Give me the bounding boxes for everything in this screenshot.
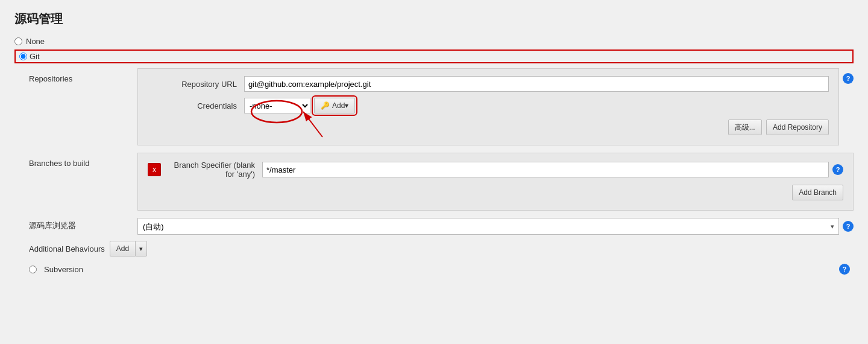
credentials-label: Credentials [148, 101, 244, 110]
git-section-content: Repositories Repository URL git@github.c… [29, 68, 854, 275]
repositories-section: Repositories Repository URL git@github.c… [29, 68, 854, 145]
branches-panel-footer: Add Branch [148, 185, 843, 200]
credentials-select[interactable]: -none- [244, 98, 310, 113]
branch-row: x Branch Specifier (blank for 'any') */m… [148, 161, 843, 179]
repo-panel-footer: 高级... Add Repository [148, 119, 829, 135]
radio-subversion-label[interactable]: Subversion [44, 265, 83, 274]
browser-select[interactable]: (自动) [137, 218, 839, 235]
caret-down-icon: ▾ [139, 245, 143, 253]
radio-git-label[interactable]: Git [30, 52, 40, 61]
repositories-label: Repositories [29, 68, 137, 83]
branch-help-icon[interactable]: ? [832, 164, 843, 175]
radio-git[interactable] [19, 53, 27, 60]
add-caret-button[interactable]: ▾ [135, 241, 147, 256]
browser-select-wrap: (自动) ▾ [137, 218, 839, 235]
branch-specifier-label: Branch Specifier (blank for 'any') [166, 161, 262, 179]
add-branch-button[interactable]: Add Branch [792, 185, 843, 200]
scm-radio-group: None Git [14, 37, 854, 63]
repo-url-input[interactable]: git@github.com:example/project.git [244, 76, 829, 92]
branches-panel-area: x Branch Specifier (blank for 'any') */m… [137, 153, 854, 211]
branch-specifier-input-wrap: */master [262, 162, 829, 177]
radio-item-git-selected: Git [14, 49, 854, 63]
radio-subversion[interactable] [29, 266, 37, 273]
repositories-panel-wrap: Repository URL git@github.com:example/pr… [137, 68, 839, 145]
radio-none[interactable] [14, 37, 22, 45]
delete-branch-button[interactable]: x [148, 163, 161, 176]
add-credentials-button[interactable]: 🔑 Add▾ [314, 98, 355, 113]
repositories-row: Repositories Repository URL git@github.c… [29, 68, 854, 145]
behaviours-row: Additional Behaviours Add ▾ [29, 241, 854, 256]
key-icon: 🔑 [321, 101, 330, 110]
subversion-help-icon[interactable]: ? [839, 264, 850, 275]
repo-url-label: Repository URL [148, 80, 244, 89]
repositories-panel-area: Repository URL git@github.com:example/pr… [137, 68, 854, 145]
browser-section: 源码库浏览器 (自动) ▾ ? Additional Behaviours Ad… [29, 218, 854, 275]
add-split-button: Add ▾ [110, 241, 147, 256]
credentials-area: -none- 🔑 Add▾ [244, 98, 355, 113]
advanced-button[interactable]: 高级... [728, 119, 762, 135]
add-credentials-label: Add▾ [332, 101, 348, 110]
browser-label: 源码库浏览器 [29, 218, 137, 231]
branches-section: Branches to build x Branch Specifier (bl… [29, 153, 854, 211]
browser-row-outer: 源码库浏览器 (自动) ▾ ? [29, 218, 854, 235]
radio-none-label[interactable]: None [26, 37, 45, 46]
branches-panel: x Branch Specifier (blank for 'any') */m… [137, 153, 854, 211]
repositories-help-icon[interactable]: ? [843, 73, 854, 84]
page-title: 源码管理 [14, 11, 854, 27]
repo-url-row: Repository URL git@github.com:example/pr… [148, 76, 829, 92]
branch-specifier-input[interactable]: */master [262, 162, 829, 177]
branches-row: Branches to build x Branch Specifier (bl… [29, 153, 854, 211]
add-repository-button[interactable]: Add Repository [766, 119, 829, 135]
branches-label: Branches to build [29, 153, 137, 168]
additional-behaviours-label: Additional Behaviours [29, 244, 105, 253]
browser-help-icon[interactable]: ? [843, 221, 854, 232]
repositories-panel: Repository URL git@github.com:example/pr… [137, 68, 839, 145]
branches-panel-wrap: x Branch Specifier (blank for 'any') */m… [137, 153, 854, 211]
repo-url-input-wrap: git@github.com:example/project.git [244, 76, 829, 92]
subversion-row: Subversion ? [29, 264, 854, 275]
browser-select-area: (自动) ▾ ? [137, 218, 854, 235]
radio-item-none: None [14, 37, 854, 46]
add-main-button[interactable]: Add [110, 241, 135, 256]
page: 源码管理 None Git Repositories [0, 0, 868, 344]
credentials-row: Credentials -none- 🔑 Add▾ [148, 98, 829, 113]
